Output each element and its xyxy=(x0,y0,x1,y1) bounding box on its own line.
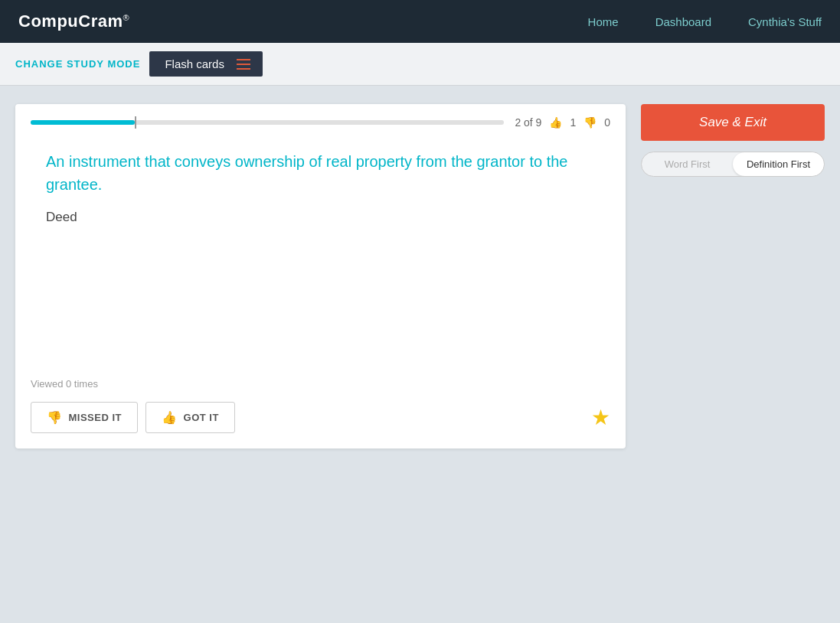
progress-track xyxy=(31,120,504,125)
card-action-buttons: 👎 MISSED IT 👍 GOT IT xyxy=(31,402,235,433)
missed-it-label: MISSED IT xyxy=(69,412,123,423)
progress-marker xyxy=(135,116,136,129)
mode-toggle: Word First Definition First xyxy=(641,152,825,177)
missed-it-button[interactable]: 👎 MISSED IT xyxy=(31,402,138,433)
thumbs-up-icon: 👍 xyxy=(549,116,562,129)
card-definition: An instrument that conveys ownership of … xyxy=(46,150,595,196)
nav-dashboard[interactable]: Dashboard xyxy=(655,15,711,28)
thumbs-down-count: 0 xyxy=(604,116,610,129)
hamburger-icon xyxy=(237,59,250,70)
study-mode-badge[interactable]: Flash cards xyxy=(149,51,263,77)
brand-bold: Cram xyxy=(78,11,123,31)
navbar: CompuCram® Home Dashboard Cynthia's Stuf… xyxy=(0,0,840,43)
thumbs-down-btn-icon: 👎 xyxy=(47,410,63,425)
sidebar: Save & Exit Word First Definition First xyxy=(641,104,825,448)
flashcard: 2 of 9 👍 1 👎 0 An instrument that convey… xyxy=(15,104,626,448)
study-mode-label: Flash cards xyxy=(165,57,224,70)
progress-label: 2 of 9 xyxy=(515,116,541,129)
change-study-mode-button[interactable]: CHANGE STUDY MODE xyxy=(15,58,140,70)
progress-info: 2 of 9 👍 1 👎 0 xyxy=(515,116,610,129)
card-content: An instrument that conveys ownership of … xyxy=(15,129,626,378)
star-button[interactable]: ★ xyxy=(591,407,610,429)
card-footer-wrap: Viewed 0 times 👎 MISSED IT 👍 GOT IT ★ xyxy=(15,378,626,448)
brand-logo: CompuCram® xyxy=(18,11,129,31)
got-it-button[interactable]: 👍 GOT IT xyxy=(145,402,235,433)
card-word: Deed xyxy=(46,210,595,225)
nav-cynthia-stuff[interactable]: Cynthia's Stuff xyxy=(748,15,822,28)
nav-links: Home Dashboard Cynthia's Stuff xyxy=(588,15,822,28)
nav-home[interactable]: Home xyxy=(588,15,619,28)
viewed-text: Viewed 0 times xyxy=(31,378,610,390)
brand-prefix: Compu xyxy=(18,11,78,31)
brand-sup: ® xyxy=(123,13,130,22)
progress-fill xyxy=(31,120,135,125)
save-exit-button[interactable]: Save & Exit xyxy=(641,104,825,141)
main-content: 2 of 9 👍 1 👎 0 An instrument that convey… xyxy=(0,86,840,467)
thumbs-up-count: 1 xyxy=(570,116,576,129)
card-footer-actions: 👎 MISSED IT 👍 GOT IT ★ xyxy=(31,402,610,433)
thumbs-down-icon: 👎 xyxy=(583,116,596,129)
word-first-button[interactable]: Word First xyxy=(642,152,733,176)
thumbs-up-btn-icon: 👍 xyxy=(162,410,178,425)
got-it-label: GOT IT xyxy=(184,412,219,423)
definition-first-button[interactable]: Definition First xyxy=(733,152,824,176)
toolbar: CHANGE STUDY MODE Flash cards xyxy=(0,43,840,86)
progress-bar-area: 2 of 9 👍 1 👎 0 xyxy=(15,104,626,129)
